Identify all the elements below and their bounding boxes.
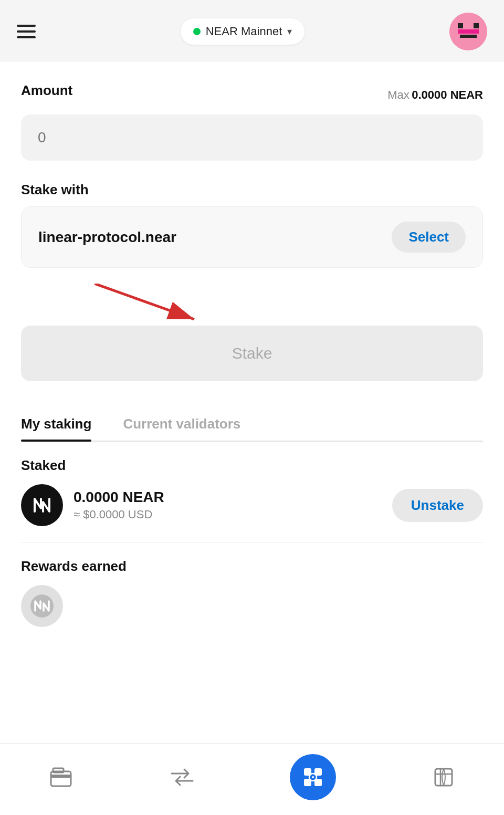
nav-explore[interactable] bbox=[430, 764, 457, 791]
near-logo-icon bbox=[21, 484, 63, 526]
main-content: Amount Max 0.0000 NEAR Stake with linear… bbox=[0, 61, 504, 627]
rewards-section: Rewards earned bbox=[21, 558, 483, 627]
apps-icon bbox=[290, 754, 336, 800]
hamburger-menu[interactable] bbox=[17, 25, 36, 38]
staked-section: Staked 0.0000 NEAR ≈ $0.0000 USD Unstake bbox=[21, 457, 483, 542]
stake-with-container: linear-protocol.near Select bbox=[21, 206, 483, 268]
svg-rect-6 bbox=[460, 35, 477, 38]
amount-input[interactable] bbox=[38, 129, 466, 146]
max-balance: Max 0.0000 NEAR bbox=[387, 88, 483, 102]
amount-input-container bbox=[21, 114, 483, 161]
select-validator-button[interactable]: Select bbox=[392, 222, 466, 253]
nav-wallet[interactable] bbox=[47, 764, 75, 791]
network-selector[interactable]: NEAR Mainnet ▾ bbox=[181, 18, 305, 45]
tabs-container: My staking Current validators bbox=[21, 408, 483, 442]
header: NEAR Mainnet ▾ bbox=[0, 0, 504, 61]
chevron-down-icon: ▾ bbox=[287, 26, 292, 37]
amount-header: Amount Max 0.0000 NEAR bbox=[21, 82, 483, 107]
avatar[interactable] bbox=[449, 13, 487, 50]
arrow-annotation bbox=[21, 284, 483, 326]
rewards-label: Rewards earned bbox=[21, 558, 483, 574]
svg-rect-20 bbox=[435, 769, 452, 786]
tab-current-validators[interactable]: Current validators bbox=[123, 408, 240, 441]
svg-rect-10 bbox=[51, 771, 71, 786]
svg-rect-12 bbox=[53, 768, 64, 772]
svg-rect-5 bbox=[474, 29, 479, 34]
stake-button[interactable]: Stake bbox=[21, 326, 483, 381]
max-prefix: Max bbox=[387, 88, 410, 101]
bottom-nav bbox=[0, 743, 504, 815]
network-status-dot bbox=[193, 28, 201, 35]
nav-swap[interactable] bbox=[169, 764, 196, 791]
tab-my-staking[interactable]: My staking bbox=[21, 408, 91, 441]
staked-info: 0.0000 NEAR ≈ $0.0000 USD bbox=[21, 484, 164, 526]
svg-rect-11 bbox=[51, 775, 71, 778]
svg-rect-1 bbox=[458, 23, 463, 28]
explore-icon bbox=[430, 764, 457, 791]
max-value: 0.0000 NEAR bbox=[412, 88, 483, 101]
red-arrow-icon bbox=[94, 284, 210, 326]
svg-rect-2 bbox=[474, 23, 479, 28]
svg-point-17 bbox=[316, 769, 321, 775]
nav-apps[interactable] bbox=[290, 754, 336, 800]
amount-label: Amount bbox=[21, 82, 72, 99]
unstake-button[interactable]: Unstake bbox=[392, 489, 483, 522]
svg-line-8 bbox=[94, 284, 194, 319]
rewards-row bbox=[21, 585, 483, 627]
staked-amounts: 0.0000 NEAR ≈ $0.0000 USD bbox=[74, 489, 164, 521]
validator-name: linear-protocol.near bbox=[38, 229, 176, 246]
wallet-icon bbox=[47, 764, 75, 791]
staked-label: Staked bbox=[21, 457, 483, 474]
svg-point-9 bbox=[30, 594, 54, 618]
svg-point-19 bbox=[312, 776, 314, 778]
stake-with-label: Stake with bbox=[21, 182, 483, 198]
rewards-token-icon bbox=[21, 585, 63, 627]
network-label: NEAR Mainnet bbox=[206, 25, 282, 38]
svg-rect-3 bbox=[458, 29, 463, 34]
svg-rect-4 bbox=[463, 29, 474, 34]
staked-row: 0.0000 NEAR ≈ $0.0000 USD Unstake bbox=[21, 484, 483, 542]
staked-usd: ≈ $0.0000 USD bbox=[74, 508, 164, 521]
swap-icon bbox=[169, 764, 196, 791]
staked-amount: 0.0000 NEAR bbox=[74, 489, 164, 506]
